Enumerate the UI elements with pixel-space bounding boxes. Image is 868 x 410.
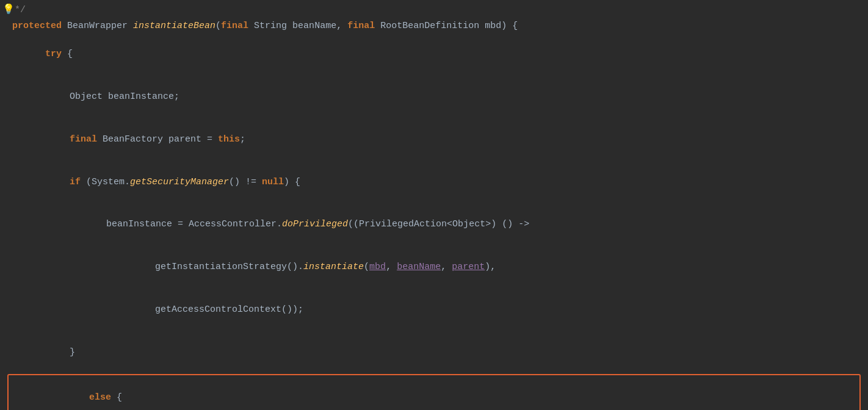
kw-try: try <box>45 49 67 59</box>
kw-final1: final <box>221 19 254 33</box>
kw-protected: protected <box>12 19 67 33</box>
getaccesscontrol-call: getAccessControlContext()); <box>155 304 303 315</box>
param-parent: parent <box>452 262 485 272</box>
beanfactory-decl: BeanFactory parent = <box>103 134 218 145</box>
get-instantiation-call: getInstantiationStrategy(). <box>155 262 303 272</box>
beaninstance-assign: beanInstance = AccessController. <box>106 219 282 229</box>
method-name: instantiateBean <box>133 19 215 33</box>
line-method-sig: protected BeanWrapper instantiateBean(fi… <box>0 19 868 33</box>
kw-final2: final <box>347 19 380 33</box>
line-try: try { <box>0 33 868 76</box>
line-object-decl: Object beanInstance; <box>0 76 868 118</box>
object-decl: Object beanInstance; <box>70 92 179 102</box>
line-getaccesscontrol: getAccessControlContext()); <box>0 289 868 331</box>
highlight-else-block: else { beanInstance = getInstantiationSt… <box>7 374 861 410</box>
lightbulb-icon: 💡 <box>2 2 15 18</box>
param-mbd: mbd <box>369 262 386 272</box>
code-editor: 💡 */ protected BeanWrapper instantiateBe… <box>0 0 868 410</box>
if-condition: (System. <box>86 177 130 187</box>
line-else: else { <box>9 376 859 410</box>
method-instantiate1: instantiate <box>303 262 364 272</box>
kw-else: else <box>89 392 117 403</box>
type-beanwrapper: BeanWrapper <box>67 19 133 33</box>
params: ( <box>215 19 221 33</box>
line-bean-instance-assign: beanInstance = AccessController.doPrivil… <box>0 203 868 246</box>
type-string: String beanName, <box>254 19 347 33</box>
line-comment: 💡 */ <box>0 2 868 19</box>
line-close-if: } <box>0 331 868 373</box>
kw-final3: final <box>70 134 103 145</box>
kw-this: this <box>218 134 240 145</box>
kw-if: if <box>70 177 86 187</box>
line-if-security: if (System.getSecurityManager() != null)… <box>0 160 868 203</box>
line-get-instantiation: getInstantiationStrategy().instantiate(m… <box>0 246 868 289</box>
method-doprivileged: doPrivileged <box>282 219 348 229</box>
kw-null: null <box>262 177 284 187</box>
comment-text: */ <box>15 3 26 17</box>
type-rootbeandef: RootBeanDefinition mbd) { <box>380 19 518 33</box>
param-beanname: beanName <box>397 262 441 272</box>
method-getsecuritymanager: getSecurityManager <box>130 177 229 187</box>
line-final-parent: final BeanFactory parent = this; <box>0 118 868 161</box>
